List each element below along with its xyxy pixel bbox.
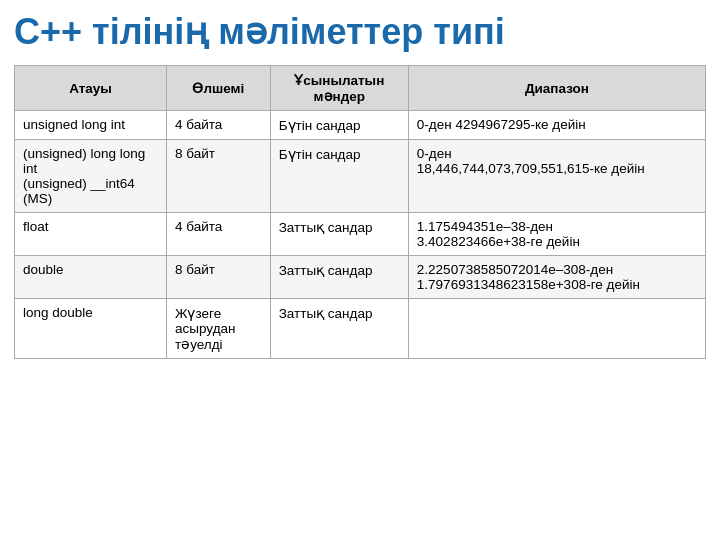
app-container: С++ тілінің мәліметтер типі Атауы Өлшемі… — [0, 0, 720, 540]
cell-range: 2.2250738585072014е–308-ден 1.7976931348… — [408, 256, 705, 299]
header-name: Атауы — [15, 66, 167, 111]
cell-recommended: Заттық сандар — [270, 213, 408, 256]
cell-range: 0-ден 18,446,744,073,709,551,615-ке дейі… — [408, 140, 705, 213]
header-range: Диапазон — [408, 66, 705, 111]
table-row: float4 байтаЗаттық сандар1.175494351е–38… — [15, 213, 706, 256]
cell-recommended: Заттық сандар — [270, 256, 408, 299]
cell-size: 8 байт — [167, 140, 271, 213]
data-types-table: Атауы Өлшемі Ұсынылатын мәндер Диапазон … — [14, 65, 706, 359]
cell-range — [408, 299, 705, 359]
cell-size: 4 байта — [167, 213, 271, 256]
table-row: unsigned long int4 байтаБүтін сандар0-де… — [15, 111, 706, 140]
cell-recommended: Бүтін сандар — [270, 111, 408, 140]
cell-size: Жүзеге асырудан тәуелді — [167, 299, 271, 359]
table-body: unsigned long int4 байтаБүтін сандар0-де… — [15, 111, 706, 359]
header-recommended: Ұсынылатын мәндер — [270, 66, 408, 111]
table-row: long doubleЖүзеге асырудан тәуелдіЗаттық… — [15, 299, 706, 359]
cell-size: 4 байта — [167, 111, 271, 140]
cell-name: double — [15, 256, 167, 299]
cell-range: 0-ден 4294967295-ке дейін — [408, 111, 705, 140]
cell-name: long double — [15, 299, 167, 359]
cell-name: unsigned long int — [15, 111, 167, 140]
header-size: Өлшемі — [167, 66, 271, 111]
cell-name: (unsigned) long long int (unsigned) __in… — [15, 140, 167, 213]
cell-recommended: Заттық сандар — [270, 299, 408, 359]
cell-range: 1.175494351е–38-ден 3.402823466е+38-ге д… — [408, 213, 705, 256]
cell-name: float — [15, 213, 167, 256]
table-row: double8 байтЗаттық сандар2.2250738585072… — [15, 256, 706, 299]
table-header-row: Атауы Өлшемі Ұсынылатын мәндер Диапазон — [15, 66, 706, 111]
table-row: (unsigned) long long int (unsigned) __in… — [15, 140, 706, 213]
page-title: С++ тілінің мәліметтер типі — [14, 10, 706, 53]
cell-recommended: Бүтін сандар — [270, 140, 408, 213]
cell-size: 8 байт — [167, 256, 271, 299]
